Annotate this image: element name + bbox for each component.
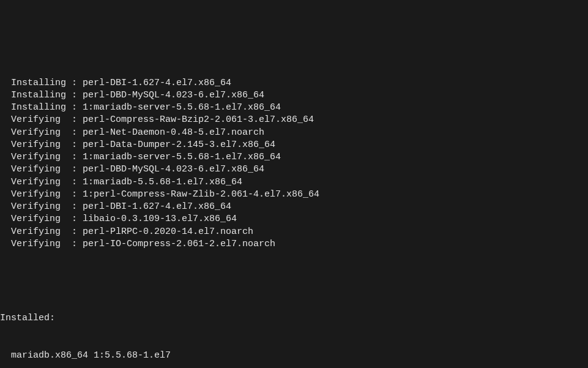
package-line: Verifying : perl-IO-Compress-2.061-2.el7… bbox=[0, 238, 588, 250]
package-line: Installing : perl-DBI-1.627-4.el7.x86_64 bbox=[0, 77, 588, 89]
package-line: Installing : 1:mariadb-server-5.5.68-1.e… bbox=[0, 102, 588, 114]
blank-line bbox=[0, 276, 588, 288]
package-line: Verifying : perl-DBD-MySQL-4.023-6.el7.x… bbox=[0, 163, 588, 176]
installed-header: Installed: bbox=[0, 312, 588, 325]
package-line: Verifying : perl-Compress-Raw-Bzip2-2.06… bbox=[0, 114, 588, 126]
package-line: Verifying : libaio-0.3.109-13.el7.x86_64 bbox=[0, 213, 588, 225]
package-line: Installing : perl-DBD-MySQL-4.023-6.el7.… bbox=[0, 89, 588, 102]
package-line: Verifying : perl-Net-Daemon-0.48-5.el7.n… bbox=[0, 127, 588, 139]
install-verify-block: Installing : perl-DBI-1.627-4.el7.x86_64… bbox=[0, 77, 588, 251]
package-line: Verifying : perl-DBI-1.627-4.el7.x86_64 bbox=[0, 201, 588, 213]
installed-package: mariadb.x86_64 1:5.5.68-1.el7 bbox=[0, 350, 588, 362]
package-line: Verifying : perl-Data-Dumper-2.145-3.el7… bbox=[0, 139, 588, 151]
package-line: Verifying : 1:perl-Compress-Raw-Zlib-2.0… bbox=[0, 189, 588, 201]
package-line: Verifying : 1:mariadb-5.5.68-1.el7.x86_6… bbox=[0, 176, 588, 189]
package-line: Verifying : perl-PlRPC-0.2020-14.el7.noa… bbox=[0, 226, 588, 238]
package-line: Verifying : 1:mariadb-server-5.5.68-1.el… bbox=[0, 151, 588, 163]
terminal-output[interactable]: Installing : perl-DBI-1.627-4.el7.x86_64… bbox=[0, 52, 588, 368]
